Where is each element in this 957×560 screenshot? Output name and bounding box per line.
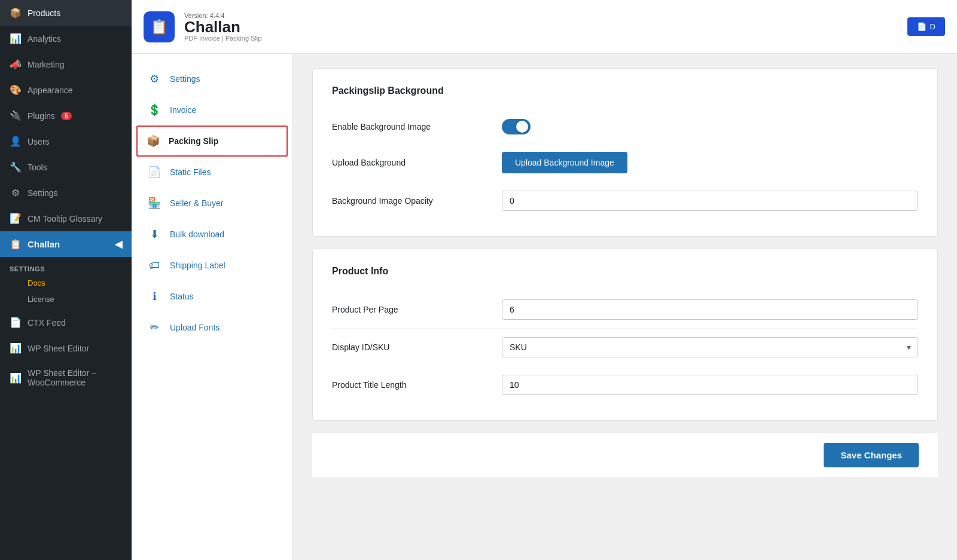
save-bar: Save Changes	[312, 433, 938, 477]
sidebar-item-wp-sheet-woo[interactable]: 📊 WP Sheet Editor – WooCommerce	[0, 361, 132, 394]
sidebar-item-tools[interactable]: 🔧 Tools	[0, 154, 132, 180]
sub-packing-icon: 📦	[145, 133, 161, 149]
upload-bg-button[interactable]: Upload Background Image	[502, 152, 627, 173]
title-length-input[interactable]	[502, 375, 918, 395]
sub-shipping-icon: 🏷	[146, 257, 163, 274]
plugins-icon: 🔌	[10, 110, 22, 121]
enable-bg-control	[502, 119, 918, 134]
display-id-select[interactable]: SKU ID None	[502, 337, 918, 357]
opacity-label: Background Image Opacity	[332, 196, 487, 206]
sidebar-item-users[interactable]: 👤 Users	[0, 128, 132, 154]
sidebar-item-products[interactable]: 📦 Products	[0, 0, 132, 26]
settings-icon: ⚙	[10, 187, 22, 198]
sidebar-item-marketing[interactable]: 📣 Marketing	[0, 51, 132, 77]
sub-sidebar-settings[interactable]: ⚙ Settings	[132, 63, 292, 94]
sub-sidebar-seller-buyer[interactable]: 🏪 Seller & Buyer	[132, 188, 292, 219]
sub-sidebar-shipping-label[interactable]: 🏷 Shipping Label	[132, 250, 292, 281]
sidebar-item-challan[interactable]: 📋 Challan ◀	[0, 231, 132, 257]
topbar: 📋 Version: 4.4.4 Challan PDF Invoice | P…	[132, 0, 957, 54]
wp-sheet-woo-icon: 📊	[10, 372, 22, 384]
opacity-control	[502, 191, 918, 211]
background-card: Packingslip Background Enable Background…	[312, 68, 938, 237]
title-length-label: Product Title Length	[332, 380, 487, 390]
sub-fonts-icon: ✏	[146, 319, 163, 336]
sidebar-item-appearance[interactable]: 🎨 Appearance	[0, 77, 132, 103]
challan-icon: 📋	[10, 238, 22, 250]
main-area: 📋 Version: 4.4.4 Challan PDF Invoice | P…	[132, 0, 957, 560]
analytics-icon: 📊	[10, 33, 22, 44]
sub-sidebar-invoice[interactable]: 💲 Invoice	[132, 94, 292, 126]
topbar-right: 📄 D	[907, 17, 945, 36]
product-info-title: Product Info	[332, 266, 918, 277]
sub-static-icon: 📄	[146, 164, 163, 180]
content-area: ⚙ Settings 💲 Invoice 📦 Packing Slip 📄 St…	[132, 54, 957, 560]
app-logo-icon: 📋	[144, 11, 175, 42]
display-id-label: Display ID/SKU	[332, 342, 487, 352]
display-id-row: Display ID/SKU SKU ID None	[332, 329, 918, 366]
ctx-icon: 📄	[10, 317, 22, 328]
sidebar-item-cm-tooltip[interactable]: 📝 CM Tooltip Glossary	[0, 206, 132, 231]
app-sub: PDF Invoice | Packing Slip	[184, 35, 261, 42]
sub-sidebar: ⚙ Settings 💲 Invoice 📦 Packing Slip 📄 St…	[132, 54, 293, 560]
marketing-icon: 📣	[10, 59, 22, 70]
tools-icon: 🔧	[10, 161, 22, 173]
challan-license-link[interactable]: License	[0, 291, 132, 307]
per-page-control	[502, 299, 918, 320]
plugins-badge: 5	[61, 112, 72, 120]
sub-settings-icon: ⚙	[146, 71, 163, 87]
sidebar-item-settings[interactable]: ⚙ Settings	[0, 180, 132, 206]
product-info-card: Product Info Product Per Page Display ID…	[312, 249, 938, 421]
background-section-title: Packingslip Background	[332, 85, 918, 96]
enable-bg-label: Enable Background Image	[332, 122, 487, 131]
sub-sidebar-upload-fonts[interactable]: ✏ Upload Fonts	[132, 312, 292, 343]
challan-settings-label: Settings	[0, 259, 132, 275]
display-id-control: SKU ID None	[502, 337, 918, 357]
topbar-btn-icon: 📄	[917, 22, 926, 31]
upload-bg-label: Upload Background	[332, 158, 487, 167]
upload-bg-row: Upload Background Upload Background Imag…	[332, 143, 918, 182]
sidebar-item-ctx-feed[interactable]: 📄 CTX Feed	[0, 310, 132, 335]
users-icon: 👤	[10, 136, 22, 147]
display-id-select-wrapper: SKU ID None	[502, 337, 918, 357]
main-sidebar: 📦 Products 📊 Analytics 📣 Marketing 🎨 App…	[0, 0, 132, 560]
sidebar-item-analytics[interactable]: 📊 Analytics	[0, 26, 132, 51]
title-length-control	[502, 375, 918, 395]
sidebar-item-wp-sheet[interactable]: 📊 WP Sheet Editor	[0, 335, 132, 361]
sub-sidebar-status[interactable]: ℹ Status	[132, 281, 292, 312]
app-name: Challan	[184, 19, 261, 35]
products-icon: 📦	[10, 7, 22, 19]
sub-sidebar-static-files[interactable]: 📄 Static Files	[132, 157, 292, 188]
cm-icon: 📝	[10, 213, 22, 224]
opacity-row: Background Image Opacity	[332, 182, 918, 219]
enable-bg-row: Enable Background Image	[332, 111, 918, 143]
sub-bulk-icon: ⬇	[146, 226, 163, 243]
topbar-action-btn[interactable]: 📄 D	[907, 17, 945, 36]
title-length-row: Product Title Length	[332, 366, 918, 403]
sub-invoice-icon: 💲	[146, 102, 163, 118]
wp-sheet-icon: 📊	[10, 342, 22, 354]
save-changes-button[interactable]: Save Changes	[824, 443, 919, 467]
sub-sidebar-packing-slip[interactable]: 📦 Packing Slip	[136, 126, 288, 157]
sub-seller-icon: 🏪	[146, 195, 163, 212]
opacity-input[interactable]	[502, 191, 918, 211]
sub-sidebar-bulk-download[interactable]: ⬇ Bulk download	[132, 219, 292, 250]
per-page-input[interactable]	[502, 299, 918, 320]
appearance-icon: 🎨	[10, 84, 22, 96]
sub-status-icon: ℹ	[146, 288, 163, 305]
enable-bg-toggle[interactable]	[502, 119, 531, 134]
per-page-row: Product Per Page	[332, 291, 918, 329]
upload-bg-control: Upload Background Image	[502, 152, 918, 173]
page-content: Packingslip Background Enable Background…	[293, 54, 957, 560]
challan-docs-link[interactable]: Docs	[0, 275, 132, 291]
sidebar-item-plugins[interactable]: 🔌 Plugins 5	[0, 103, 132, 128]
per-page-label: Product Per Page	[332, 305, 487, 314]
app-logo-text: Version: 4.4.4 Challan PDF Invoice | Pac…	[184, 12, 261, 42]
